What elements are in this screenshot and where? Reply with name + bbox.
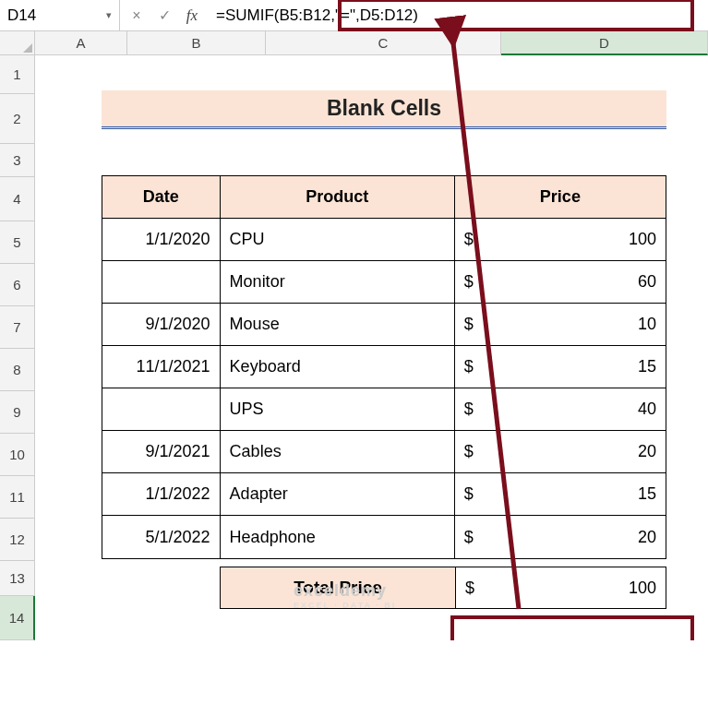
row-header-6[interactable]: 6 bbox=[0, 264, 35, 306]
data-table: Date Product Price 1/1/2020 CPU $100 Mon… bbox=[102, 175, 666, 559]
formula-input[interactable]: =SUMIF(B5:B12,"=",D5:D12) bbox=[209, 0, 708, 30]
cell-product[interactable]: Monitor bbox=[221, 261, 455, 304]
select-all-corner[interactable] bbox=[0, 31, 35, 55]
currency-symbol: $ bbox=[465, 579, 474, 598]
row-header-8[interactable]: 8 bbox=[0, 349, 35, 391]
row-header-1[interactable]: 1 bbox=[0, 55, 35, 94]
table-row: 5/1/2022 Headphone $20 bbox=[102, 516, 666, 558]
header-product: Product bbox=[221, 176, 455, 219]
total-value: 100 bbox=[629, 579, 656, 598]
name-box[interactable]: D14 ▾ bbox=[0, 0, 120, 30]
cell-product[interactable]: Adapter bbox=[221, 473, 455, 516]
confirm-icon[interactable]: ✓ bbox=[151, 3, 177, 29]
row-header-11[interactable]: 11 bbox=[0, 476, 35, 519]
cell-price[interactable]: $10 bbox=[455, 304, 666, 346]
total-row: Total Price $ 100 bbox=[220, 567, 666, 609]
fx-icon[interactable]: fx bbox=[179, 3, 205, 29]
table-row: UPS $40 bbox=[102, 388, 666, 431]
cell-product[interactable]: Mouse bbox=[221, 304, 455, 346]
cell-date[interactable] bbox=[102, 388, 221, 431]
cell-price[interactable]: $20 bbox=[455, 516, 666, 558]
header-price: Price bbox=[455, 176, 666, 219]
cell-date[interactable]: 1/1/2022 bbox=[102, 473, 221, 516]
cell-date[interactable]: 9/1/2020 bbox=[102, 304, 221, 346]
formula-bar: D14 ▾ × ✓ fx =SUMIF(B5:B12,"=",D5:D12) bbox=[0, 0, 708, 31]
row-header-13[interactable]: 13 bbox=[0, 561, 35, 596]
cell[interactable] bbox=[35, 55, 127, 94]
cell-product[interactable]: Keyboard bbox=[221, 346, 455, 388]
cell-price[interactable]: $15 bbox=[455, 473, 666, 516]
row-header-14[interactable]: 14 bbox=[0, 596, 35, 640]
cell[interactable] bbox=[127, 55, 266, 94]
table-row: 11/1/2021 Keyboard $15 bbox=[102, 346, 666, 388]
cell-price[interactable]: $40 bbox=[455, 388, 666, 431]
title-banner: Blank Cells bbox=[102, 90, 666, 129]
column-header-C[interactable]: C bbox=[266, 31, 501, 55]
cell[interactable] bbox=[266, 144, 501, 177]
chevron-down-icon[interactable]: ▾ bbox=[106, 9, 112, 21]
row-header-10[interactable]: 10 bbox=[0, 434, 35, 476]
table-row: 1/1/2020 CPU $100 bbox=[102, 219, 666, 261]
cell[interactable] bbox=[35, 561, 127, 596]
row-header-4[interactable]: 4 bbox=[0, 177, 35, 221]
table-row: Monitor $60 bbox=[102, 261, 666, 304]
cell[interactable] bbox=[35, 144, 127, 177]
cell[interactable] bbox=[266, 55, 501, 94]
cell-price[interactable]: $60 bbox=[455, 261, 666, 304]
row-header-5[interactable]: 5 bbox=[0, 221, 35, 264]
table-header-row: Date Product Price bbox=[102, 176, 666, 219]
cell[interactable] bbox=[501, 144, 708, 177]
cell-date[interactable]: 1/1/2020 bbox=[102, 219, 221, 261]
table-row: 9/1/2021 Cables $20 bbox=[102, 431, 666, 473]
row-header-3[interactable]: 3 bbox=[0, 144, 35, 177]
cell-date[interactable] bbox=[102, 261, 221, 304]
row-header-2[interactable]: 2 bbox=[0, 94, 35, 144]
sheet-area: ABCD 1234567891011121314 Blank Cells Dat… bbox=[0, 31, 708, 640]
row-header-9[interactable]: 9 bbox=[0, 391, 35, 434]
cell[interactable] bbox=[501, 55, 708, 94]
cancel-icon[interactable]: × bbox=[124, 3, 150, 29]
total-label: Total Price bbox=[220, 567, 456, 609]
column-header-B[interactable]: B bbox=[127, 31, 266, 55]
cell-price[interactable]: $15 bbox=[455, 346, 666, 388]
row-header-7[interactable]: 7 bbox=[0, 306, 35, 349]
cell[interactable] bbox=[127, 144, 266, 177]
cell-date[interactable]: 11/1/2021 bbox=[102, 346, 221, 388]
cell-product[interactable]: UPS bbox=[221, 388, 455, 431]
row-header-12[interactable]: 12 bbox=[0, 519, 35, 561]
total-value-cell[interactable]: $ 100 bbox=[456, 567, 666, 609]
table-row: 9/1/2020 Mouse $10 bbox=[102, 304, 666, 346]
cell[interactable] bbox=[35, 596, 127, 640]
cell-product[interactable]: Cables bbox=[221, 431, 455, 473]
cell-price[interactable]: $20 bbox=[455, 431, 666, 473]
name-box-value: D14 bbox=[7, 6, 36, 25]
cell-product[interactable]: CPU bbox=[221, 219, 455, 261]
cell-date[interactable]: 5/1/2022 bbox=[102, 516, 221, 558]
cell-product[interactable]: Headphone bbox=[221, 516, 455, 558]
header-date: Date bbox=[102, 176, 221, 219]
cell-date[interactable]: 9/1/2021 bbox=[102, 431, 221, 473]
cell-price[interactable]: $100 bbox=[455, 219, 666, 261]
table-row: 1/1/2022 Adapter $15 bbox=[102, 473, 666, 516]
column-header-D[interactable]: D bbox=[501, 31, 708, 55]
column-header-A[interactable]: A bbox=[35, 31, 127, 55]
